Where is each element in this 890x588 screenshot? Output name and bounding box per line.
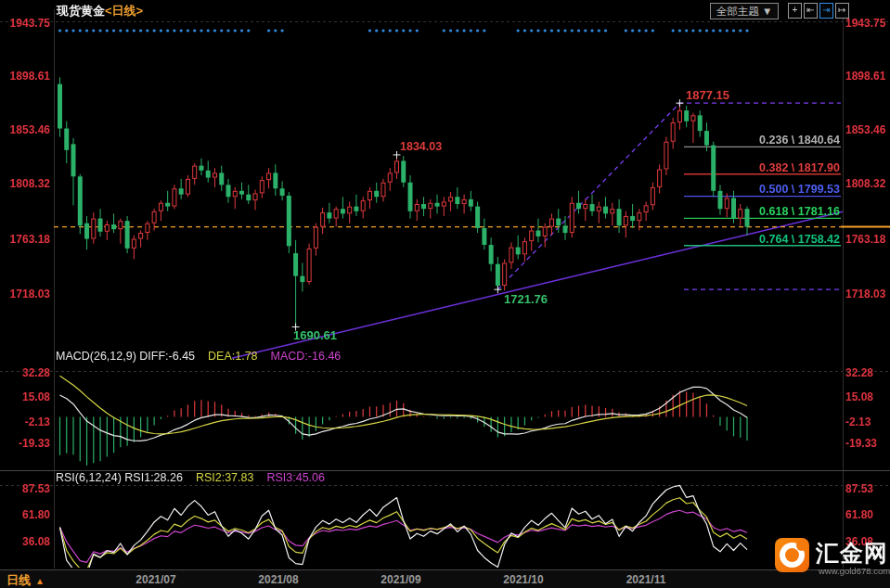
macd-header: MACD(26,12,9) DIFF:-6.45DEA:1.78MACD:-16… [56,350,341,363]
macd-axis-label: -19.33 [0,437,50,450]
rsi-axis-label: 61.80 [845,508,873,521]
time-axis-label: 2021/08 [241,573,316,586]
macd-axis-label: -2.13 [0,415,50,428]
expand-axis-icon[interactable]: ⇥ [819,3,833,19]
trading-app: 现货黄金<日线> 全部主题 ▼ + ⇤ ⇥ ↦ 1943.75 1898.61 … [0,0,890,588]
time-axis-bar: 日线▲ 2021/07 2021/08 2021/09 2021/10 2021… [0,569,890,588]
macd-value: MACD:-16.46 [271,350,342,363]
price-axis-label: 1853.46 [0,123,50,136]
price-axis-label: 1898.61 [845,70,885,83]
price-axis-label: 1718.03 [845,288,885,300]
fib-level-label: 0.382 \ 1817.90 [654,161,840,174]
fib-level-label: 0.618 \ 1781.16 [654,205,840,218]
brand-watermark: 汇金网 www.gold678.com [775,538,886,577]
pan-tool-icon[interactable]: + [788,3,802,19]
rsi-axis-label: 61.80 [0,508,50,521]
period-tag: <日线> [105,4,143,18]
high-annotation: 1834.03 [400,140,442,153]
brand-url: www.gold678.com [819,566,890,576]
rsi1-value: RSI(6,12,24) RSI1:28.26 [56,471,183,484]
rsi-header: RSI(6,12,24) RSI1:28.26RSI2:37.83RSI3:45… [56,471,325,484]
chart-canvas[interactable] [0,0,890,588]
low-annotation: 1721.76 [504,292,548,306]
instrument-name: 现货黄金 [57,4,105,18]
brand-name: 汇金网 [816,538,888,569]
rsi3-value: RSI3:45.06 [266,471,325,484]
chart-title: 现货黄金<日线> [57,3,143,19]
macd-axis-label: -2.13 [845,415,871,428]
fib-level-label: 0.764 \ 1758.42 [654,233,840,246]
fib-level-label: 0.500 \ 1799.53 [654,183,840,196]
price-axis-label: 1898.61 [0,70,50,83]
fib-level-label: 0.236 \ 1840.64 [654,134,840,147]
rsi-axis-label: 36.08 [0,535,50,548]
period-tab-daily[interactable]: 日线▲ [6,572,45,588]
macd-axis-label: 32.28 [0,366,50,379]
macd-axis-label: 15.08 [0,390,50,403]
chart-toolbar: + ⇤ ⇥ ↦ [788,3,849,19]
time-axis-label: 2021/07 [119,573,193,586]
price-axis-label: 1808.32 [0,177,50,190]
price-axis-label: 1718.03 [0,288,50,300]
high-annotation: 1877.15 [686,88,729,102]
compress-axis-icon[interactable]: ⇤ [804,3,818,19]
time-axis-label: 2021/10 [486,573,561,586]
price-axis-label: 1943.75 [845,17,885,30]
time-axis-label: 2021/11 [609,573,683,586]
price-axis-label: 1853.46 [845,123,885,136]
macd-axis-label: 15.08 [845,390,873,403]
brand-logo-icon [775,538,809,572]
rsi-axis-label: 87.53 [845,482,873,495]
time-axis-label: 2021/09 [364,573,438,586]
price-axis-label: 1943.75 [0,17,50,30]
rsi2-value: RSI2:37.83 [196,471,254,484]
triangle-up-icon: ▲ [35,576,45,586]
price-axis-label: 1763.18 [845,233,885,246]
price-axis-label: 1808.32 [845,177,885,190]
macd-axis-label: 32.28 [845,366,873,379]
macd-axis-label: -19.33 [845,437,877,450]
macd-diff-value: MACD(26,12,9) DIFF:-6.45 [56,350,195,363]
theme-selector[interactable]: 全部主题 ▼ [710,3,779,19]
low-annotation: 1690.61 [293,328,337,342]
price-axis-label: 1763.18 [0,233,50,246]
macd-dea-value: DEA:1.78 [208,350,258,363]
rsi-axis-label: 87.53 [0,482,50,495]
period-tab-label: 日线 [6,573,31,587]
